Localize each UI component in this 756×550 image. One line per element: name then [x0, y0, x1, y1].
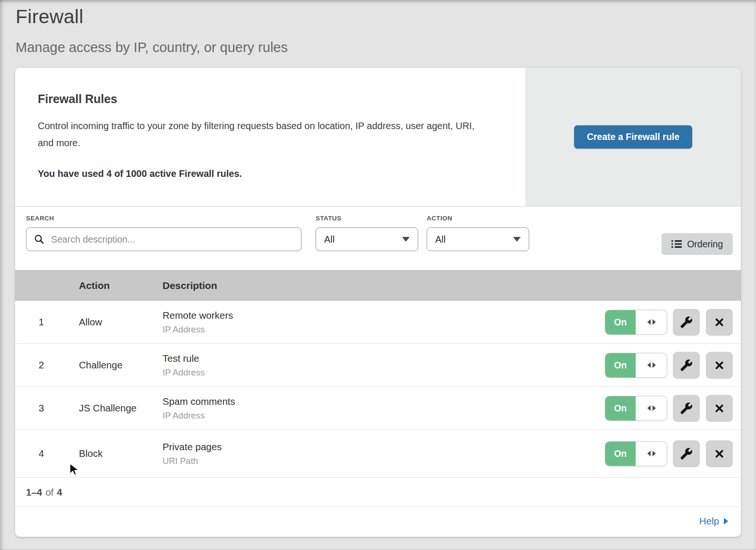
table-row: 4 Block Private pages URI Path On — [15, 430, 741, 478]
rule-action: Allow — [79, 316, 163, 328]
arrow-right-icon — [653, 362, 656, 368]
rule-match-type: IP Address — [163, 324, 605, 335]
toggle-drag-handle[interactable] — [636, 310, 667, 334]
ordering-button[interactable]: Ordering — [662, 233, 733, 255]
rule-action: Challenge — [79, 359, 163, 371]
toggle-on-segment[interactable]: On — [605, 310, 636, 334]
action-label: ACTION — [427, 215, 529, 222]
status-selected-value: All — [324, 234, 335, 245]
close-icon — [713, 448, 725, 460]
rule-controls: On — [605, 395, 733, 422]
description-column-header: Description — [163, 280, 741, 291]
rule-controls: On — [605, 352, 733, 379]
toggle-drag-handle[interactable] — [636, 442, 667, 466]
search-box — [26, 227, 301, 251]
rule-match-type: URI Path — [163, 456, 605, 466]
rule-priority: 2 — [15, 359, 79, 371]
create-firewall-rule-button[interactable]: Create a Firewall rule — [574, 125, 692, 148]
action-selected-value: All — [435, 234, 446, 245]
arrow-left-icon — [647, 319, 651, 325]
delete-rule-button[interactable] — [706, 440, 733, 467]
rule-controls: On — [605, 440, 733, 467]
arrow-right-icon — [653, 405, 656, 411]
wrench-icon — [680, 316, 693, 329]
ordering-button-label: Ordering — [687, 239, 723, 250]
rules-usage-count: You have used 4 of 1000 active Firewall … — [38, 168, 497, 179]
table-row: 3 JS Challenge Spam comments IP Address … — [15, 387, 741, 430]
toggle-drag-handle[interactable] — [636, 396, 667, 420]
list-icon — [671, 240, 682, 248]
close-icon — [713, 316, 725, 328]
rule-match-type: IP Address — [163, 367, 605, 378]
edit-rule-button[interactable] — [673, 440, 700, 467]
edit-rule-button[interactable] — [673, 352, 700, 379]
arrow-right-icon — [653, 451, 656, 456]
page-title: Firewall — [16, 6, 756, 28]
arrow-left-icon — [647, 405, 651, 411]
search-label: SEARCH — [26, 215, 301, 222]
toggle-on-segment[interactable]: On — [605, 353, 636, 377]
rules-description: Control incoming traffic to your zone by… — [38, 117, 484, 151]
close-icon — [713, 359, 725, 371]
firewall-rules-card: Firewall Rules Control incoming traffic … — [15, 68, 741, 537]
table-header: Action Description — [15, 270, 741, 301]
rule-controls: On — [605, 309, 733, 336]
rule-enabled-toggle[interactable]: On — [605, 442, 667, 466]
rule-action: JS Challenge — [79, 402, 163, 414]
overview-text-panel: Firewall Rules Control incoming traffic … — [15, 68, 525, 206]
rule-description: Test rule — [163, 353, 605, 364]
arrow-right-icon — [653, 319, 656, 325]
toggle-on-segment[interactable]: On — [605, 396, 636, 420]
toggle-on-segment[interactable]: On — [605, 442, 636, 466]
close-icon — [713, 402, 725, 414]
help-link-label: Help — [699, 515, 719, 527]
chevron-down-icon — [402, 237, 410, 242]
rule-description-cell: Remote workers IP Address — [163, 310, 605, 335]
card-footer: Help — [15, 507, 741, 535]
rule-enabled-toggle[interactable]: On — [605, 353, 667, 377]
action-column-header: Action — [79, 280, 163, 291]
rule-description-cell: Spam comments IP Address — [163, 396, 605, 421]
edit-rule-button[interactable] — [673, 309, 700, 336]
wrench-icon — [680, 447, 693, 460]
rule-enabled-toggle[interactable]: On — [605, 396, 667, 420]
toggle-drag-handle[interactable] — [636, 353, 667, 377]
status-label: STATUS — [316, 215, 418, 222]
chevron-down-icon — [513, 237, 521, 242]
arrow-left-icon — [647, 362, 651, 368]
search-icon — [34, 234, 44, 246]
status-select[interactable]: All — [316, 227, 418, 251]
arrow-right-icon — [724, 518, 728, 524]
delete-rule-button[interactable] — [706, 309, 733, 336]
page-subtitle: Manage access by IP, country, or query r… — [16, 40, 756, 55]
search-input[interactable] — [26, 227, 301, 251]
rule-priority: 3 — [15, 402, 79, 414]
rule-priority: 1 — [15, 316, 79, 328]
table-row: 1 Allow Remote workers IP Address On — [15, 301, 741, 344]
pagination-total: 4 — [57, 487, 62, 498]
pagination-bar: 1–4 of 4 — [15, 478, 741, 507]
arrow-left-icon — [647, 451, 651, 456]
rule-description: Private pages — [163, 441, 605, 453]
delete-rule-button[interactable] — [706, 395, 733, 422]
action-filter-group: ACTION All — [427, 215, 529, 251]
edit-rule-button[interactable] — [673, 395, 700, 422]
rule-action: Block — [79, 448, 163, 459]
table-row: 2 Challenge Test rule IP Address On — [15, 344, 741, 387]
filter-bar: SEARCH STATUS All ACTION All — [15, 207, 741, 270]
rule-match-type: IP Address — [163, 410, 605, 421]
rules-heading: Firewall Rules — [38, 92, 497, 106]
help-link[interactable]: Help — [699, 515, 728, 527]
pagination-range: 1–4 — [26, 487, 42, 498]
rule-priority: 4 — [15, 448, 79, 459]
action-select[interactable]: All — [427, 227, 529, 251]
page-header: Firewall Manage access by IP, country, o… — [0, 0, 756, 55]
create-rule-panel: Create a Firewall rule — [525, 68, 741, 206]
pagination-of: of — [45, 487, 53, 498]
wrench-icon — [680, 359, 693, 372]
search-filter-group: SEARCH — [26, 215, 301, 251]
delete-rule-button[interactable] — [706, 352, 733, 379]
rule-enabled-toggle[interactable]: On — [605, 310, 667, 334]
wrench-icon — [680, 402, 693, 415]
rule-description: Spam comments — [163, 396, 605, 407]
